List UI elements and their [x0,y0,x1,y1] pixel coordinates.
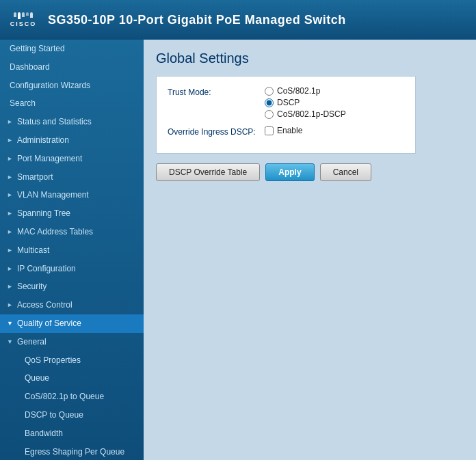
sidebar-item-bandwidth[interactable]: Bandwidth [0,424,144,443]
sidebar-label: Getting Started [10,43,65,55]
sidebar-label: Smartport [17,172,53,183]
chevron-right-icon: ► [7,228,13,236]
sidebar-item-multicast[interactable]: ► Multicast [0,241,144,260]
sidebar-label: Queue [25,373,49,384]
chevron-down-icon: ▼ [7,338,13,347]
chevron-right-icon: ► [7,209,13,218]
override-ingress-checkbox[interactable] [265,126,274,135]
chevron-right-icon: ► [7,265,13,273]
sidebar-label: Administration [17,135,69,146]
trust-mode-dscp[interactable]: DSCP [265,98,346,107]
chevron-right-icon: ► [7,246,13,255]
chevron-right-icon: ► [7,282,13,291]
sidebar-label: QoS Properties [25,355,81,366]
sidebar-item-cos-to-queue[interactable]: CoS/802.1p to Queue [0,388,144,406]
trust-mode-dscp-label: DSCP [277,98,300,107]
chevron-right-icon: ► [7,191,13,200]
chevron-right-icon: ► [7,301,13,310]
override-ingress-enable-label: Enable [277,126,302,135]
sidebar: Getting Started Dashboard Configuration … [0,40,144,460]
sidebar-label: Spanning Tree [17,208,70,219]
sidebar-label: Quality of Service [17,318,81,329]
sidebar-label: Configuration Wizards [10,80,90,92]
chevron-right-icon: ► [7,136,13,145]
sidebar-item-search[interactable]: Search [0,94,144,113]
sidebar-label: Bandwidth [25,428,63,439]
sidebar-item-dashboard[interactable]: Dashboard [0,58,144,77]
trust-mode-row: Trust Mode: CoS/802.1p DSCP CoS/802.1p-D… [168,86,404,119]
sidebar-label: Access Control [17,299,72,311]
sidebar-label: Multicast [17,245,49,256]
sidebar-item-security[interactable]: ► Security [0,278,144,296]
sidebar-item-access-control[interactable]: ► Access Control [0,296,144,314]
sidebar-label: DSCP to Queue [25,409,83,421]
chevron-down-icon: ▼ [7,319,13,328]
sidebar-item-quality-of-service[interactable]: ▼ Quality of Service [0,314,144,333]
sidebar-label: Port Management [17,153,82,165]
cancel-button[interactable]: Cancel [320,163,371,181]
trust-mode-cos[interactable]: CoS/802.1p [265,86,346,96]
sidebar-label: CoS/802.1p to Queue [25,391,104,403]
chevron-right-icon: ► [7,173,13,182]
override-ingress-row: Override Ingress DSCP: Enable [168,126,404,137]
trust-mode-cos-dscp-radio[interactable] [265,110,274,119]
sidebar-item-status-statistics[interactable]: ► Status and Statistics [0,113,144,131]
sidebar-item-vlan-management[interactable]: ► VLAN Management [0,186,144,204]
sidebar-label: MAC Address Tables [17,226,93,238]
sidebar-item-general[interactable]: ▼ General [0,333,144,351]
sidebar-item-dscp-to-queue[interactable]: DSCP to Queue [0,406,144,424]
chevron-right-icon: ► [7,118,13,126]
apply-button[interactable]: Apply [265,163,314,181]
sidebar-item-mac-address-tables[interactable]: ► MAC Address Tables [0,223,144,241]
sidebar-item-administration[interactable]: ► Administration [0,131,144,150]
override-ingress-label: Override Ingress DSCP: [168,126,256,137]
sidebar-item-egress-shaping[interactable]: Egress Shaping Per Queue [0,443,144,460]
sidebar-item-queue[interactable]: Queue [0,369,144,388]
trust-mode-options: CoS/802.1p DSCP CoS/802.1p-DSCP [265,86,346,119]
trust-mode-cos-label: CoS/802.1p [277,86,320,96]
sidebar-label: IP Configuration [17,263,76,275]
trust-mode-cos-dscp-label: CoS/802.1p-DSCP [277,109,346,119]
sidebar-item-port-management[interactable]: ► Port Management [0,150,144,168]
sidebar-label: Dashboard [10,62,50,73]
header: CISCO SG350-10P 10-Port Gigabit PoE Mana… [0,0,476,40]
cisco-logo: CISCO [8,8,38,31]
trust-mode-label: Trust Mode: [168,86,256,97]
sidebar-item-spanning-tree[interactable]: ► Spanning Tree [0,204,144,223]
sidebar-item-configuration-wizards[interactable]: Configuration Wizards [0,77,144,95]
trust-mode-cos-dscp[interactable]: CoS/802.1p-DSCP [265,109,346,119]
trust-mode-cos-radio[interactable] [265,87,274,96]
dscp-override-table-button[interactable]: DSCP Override Table [156,163,260,181]
chevron-right-icon: ► [7,154,13,163]
sidebar-item-qos-properties[interactable]: QoS Properties [0,351,144,370]
sidebar-label: Security [17,281,47,293]
sidebar-label: Egress Shaping Per Queue [25,446,124,458]
sidebar-label: Status and Statistics [17,116,92,128]
main-content: Global Settings Trust Mode: CoS/802.1p D… [144,40,476,460]
layout: Getting Started Dashboard Configuration … [0,40,476,460]
header-title: SG350-10P 10-Port Gigabit PoE Managed Sw… [48,13,346,27]
page-title: Global Settings [156,51,464,66]
sidebar-item-smartport[interactable]: ► Smartport [0,168,144,187]
settings-box: Trust Mode: CoS/802.1p DSCP CoS/802.1p-D… [156,76,416,154]
sidebar-label: General [17,336,47,348]
sidebar-label: VLAN Management [17,189,89,201]
override-ingress-option[interactable]: Enable [265,126,302,135]
sidebar-label: Search [10,98,36,109]
trust-mode-dscp-radio[interactable] [265,98,274,107]
button-row: DSCP Override Table Apply Cancel [156,163,464,181]
sidebar-item-getting-started[interactable]: Getting Started [0,40,144,58]
sidebar-item-ip-configuration[interactable]: ► IP Configuration [0,260,144,278]
